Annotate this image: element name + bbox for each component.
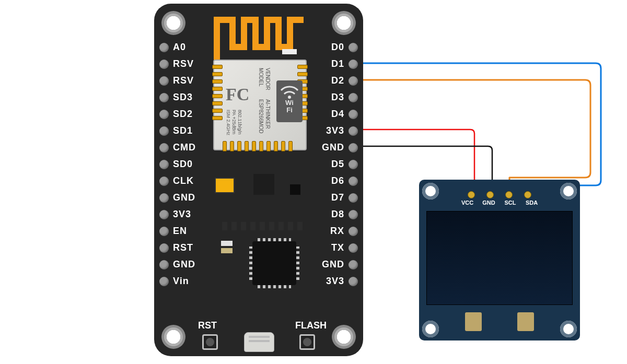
rst-button-label: RST [198, 320, 217, 331]
pin-pad [349, 177, 358, 186]
pin-right-d4: D4 [327, 109, 358, 120]
pin-left-en: EN [159, 226, 191, 237]
pin-label: RSV [173, 58, 194, 69]
oled-pin-scl [505, 191, 513, 198]
pin-pad [159, 143, 169, 152]
pin-label: RSV [173, 75, 194, 86]
pin-pad [159, 110, 169, 119]
module-text-wifi: 802.11b/g/n [237, 110, 242, 135]
pin-pad [349, 193, 358, 203]
module-text-ism: ISM 2.4GHz [226, 110, 231, 135]
pin-pad [159, 277, 169, 286]
nodemcu-board: FC MODEL VENDOR ESP8266MOD AI-THINKER IS… [154, 4, 363, 356]
pin-left-3v3: 3V3 [159, 209, 195, 220]
pin-left-clk: CLK [159, 175, 198, 186]
pin-left-vin: Vin [159, 276, 193, 287]
pin-label: D1 [331, 58, 344, 69]
oled-screen [426, 211, 573, 305]
pin-label: D6 [331, 175, 344, 186]
pin-label: SD2 [173, 109, 193, 120]
pin-pad [349, 243, 358, 253]
pin-pad [349, 60, 358, 69]
pin-label: SD0 [173, 159, 193, 170]
pin-pad [349, 227, 358, 236]
oled-flex-connector [517, 312, 534, 331]
oled-pin-sda [524, 191, 531, 198]
pin-pad [349, 110, 358, 119]
pin-label: D2 [331, 75, 344, 86]
pin-label: SD1 [173, 125, 193, 136]
pin-pad [349, 260, 358, 269]
pin-right-gnd: GND [318, 259, 358, 270]
pin-pad [159, 193, 169, 203]
flash-button-label: FLASH [295, 320, 327, 331]
pin-right-d3: D3 [327, 92, 358, 103]
pin-pad [349, 160, 358, 169]
pin-left-gnd: GND [159, 192, 200, 203]
pin-label: GND [322, 142, 344, 153]
pin-label: 3V3 [326, 125, 344, 136]
led-row [222, 222, 303, 230]
oled-pin-label: SDA [525, 199, 539, 206]
oled-module: VCC GND SCL SDA [419, 180, 580, 340]
pin-label: SD3 [173, 92, 193, 103]
pin-pad [159, 210, 169, 219]
pin-label: CMD [173, 142, 196, 153]
pin-left-sd0: SD0 [159, 159, 197, 170]
pin-label: D0 [331, 42, 344, 53]
smd-component [282, 49, 297, 54]
pin-pad [159, 76, 169, 86]
fcc-mark-icon: FC [226, 85, 249, 104]
pin-pad [349, 76, 358, 86]
pin-label: GND [322, 259, 344, 270]
pin-label: GND [173, 259, 195, 270]
pin-pad [159, 260, 169, 269]
pin-label: D7 [331, 192, 344, 203]
esp8266-module: FC MODEL VENDOR ESP8266MOD AI-THINKER IS… [213, 60, 307, 150]
pin-left-a0: A0 [159, 42, 190, 53]
pin-label: GND [173, 192, 195, 203]
pin-right-gnd: GND [318, 142, 358, 153]
pin-pad [159, 60, 169, 69]
pin-left-cmd: CMD [159, 142, 200, 153]
module-text-vendorname: AI-THINKER [265, 99, 271, 129]
module-text-pa: PA +25dBm [231, 110, 237, 134]
pin-left-sd1: SD1 [159, 125, 197, 136]
pin-right-d5: D5 [327, 159, 358, 170]
pin-pad [159, 126, 169, 136]
oled-pin-label: VCC [461, 199, 474, 206]
module-text-model: MODEL [258, 68, 264, 87]
wifi-badge: Wi Fi [276, 80, 303, 122]
pin-label: D8 [331, 209, 344, 220]
pin-label: RST [173, 242, 193, 253]
pin-pad [159, 160, 169, 169]
pin-label: A0 [173, 42, 186, 53]
pin-right-d0: D0 [327, 42, 358, 53]
pin-right-3v3: 3V3 [322, 276, 358, 287]
pin-label: 3V3 [173, 209, 191, 220]
pin-label: EN [173, 226, 187, 237]
oled-pin-label: SCL [504, 199, 517, 206]
pin-left-gnd: GND [159, 259, 200, 270]
rst-button[interactable] [202, 334, 218, 350]
pin-label: CLK [173, 175, 194, 186]
pin-label: TX [331, 242, 344, 253]
pin-right-rx: RX [326, 226, 358, 237]
pin-right-d2: D2 [327, 75, 358, 86]
mcu-chip [252, 241, 296, 285]
smd-component [221, 248, 233, 253]
smd-cap [216, 179, 234, 192]
pin-left-rsv: RSV [159, 58, 198, 69]
pin-label: 3V3 [326, 276, 344, 287]
pin-pad [349, 93, 358, 102]
pin-left-sd3: SD3 [159, 92, 197, 103]
flash-button[interactable] [299, 334, 315, 350]
pin-right-tx: TX [327, 242, 358, 253]
pin-pad [159, 93, 169, 102]
oled-pin-vcc [468, 191, 475, 198]
module-text-vendor: VENDOR [265, 68, 271, 90]
pin-pad [349, 126, 358, 136]
pin-pad [159, 243, 169, 253]
pin-left-rsv: RSV [159, 75, 198, 86]
pin-right-d6: D6 [327, 175, 358, 186]
